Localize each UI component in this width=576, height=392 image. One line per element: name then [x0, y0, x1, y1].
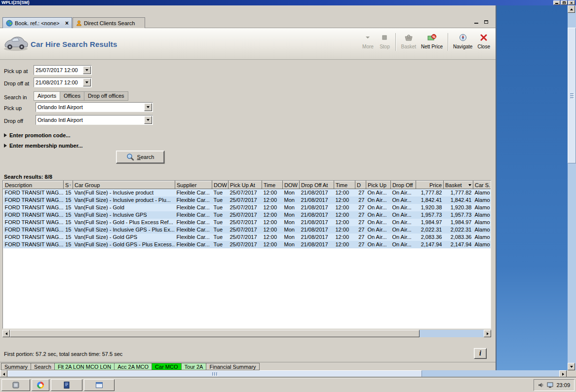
child-minimize-button[interactable] — [473, 19, 480, 25]
sheet-tab-tour-2a[interactable]: Tour 2A — [181, 363, 207, 370]
search-in-dropoff-offices[interactable]: Drop off offices — [84, 91, 128, 101]
col-header-s[interactable]: S — [64, 181, 73, 189]
scroll-down-button[interactable] — [568, 363, 575, 370]
tab-close-icon[interactable]: × — [65, 21, 69, 26]
cell-time2: 12:00 — [334, 204, 355, 211]
browser-window-icon — [95, 381, 103, 389]
col-header-basket[interactable]: Basket — [444, 181, 473, 189]
cell-time1: 12:00 — [262, 204, 283, 211]
sheet-tab-acc-2a-mco[interactable]: Acc 2A MCO — [114, 363, 152, 370]
pickup-at-dropdown-button[interactable] — [83, 66, 91, 74]
google-icon — [37, 382, 44, 389]
window-vertical-scrollbar[interactable] — [568, 5, 576, 370]
col-header-time-2[interactable]: Time — [334, 181, 355, 189]
sheet-tab-car-mco[interactable]: Car MCO — [152, 363, 181, 370]
stop-button[interactable]: Stop — [376, 32, 393, 49]
membership-number-expander[interactable]: Enter membership number... — [4, 143, 83, 149]
search-in-offices[interactable]: Offices — [60, 91, 84, 101]
col-header-pickup[interactable]: Pick Up — [366, 181, 391, 189]
col-header-days[interactable]: D — [355, 181, 366, 189]
taskbar-button-3[interactable] — [51, 379, 82, 391]
sheet-tab-search[interactable]: Search — [31, 363, 55, 370]
col-header-time-1[interactable]: Time — [262, 181, 283, 189]
speaker-icon[interactable] — [538, 382, 544, 388]
col-header-dropoff[interactable]: Drop Off — [391, 181, 416, 189]
table-row[interactable]: FORD TRANSIT WAG...15Van(Full Size) - Go… — [3, 219, 492, 226]
dropoff-at-dropdown-button[interactable] — [83, 78, 91, 86]
col-header-dow-2[interactable]: DOW — [283, 181, 300, 189]
cell-dow1: Tue — [212, 196, 229, 204]
scrollbar-thumb[interactable] — [10, 330, 420, 337]
scroll-right-button[interactable] — [484, 330, 491, 337]
cell-car_supplier: Alamo — [473, 226, 492, 234]
col-header-dropoff-at[interactable]: Drop Off At — [300, 181, 334, 189]
cell-basket: 1,957.73 — [444, 211, 473, 219]
cell-car_supplier: Alamo — [473, 219, 492, 226]
cell-dow2: Mon — [283, 211, 300, 219]
table-row[interactable]: FORD TRANSIT WAG...15Van(Full Size) - Go… — [3, 234, 492, 241]
scrollbar-track[interactable] — [420, 330, 484, 337]
cell-time1: 12:00 — [262, 241, 283, 248]
table-row[interactable]: FORD TRANSIT WAG...15Van(Full Size) - Go… — [3, 241, 492, 248]
info-button[interactable]: i — [474, 348, 487, 359]
scroll-left-button[interactable] — [2, 330, 10, 337]
scrollbar-thumb[interactable] — [7, 370, 422, 378]
dropoff-location-field[interactable]: Orlando Intl Airport — [36, 115, 153, 125]
col-header-price[interactable]: Price — [416, 181, 444, 189]
dropoff-at-field[interactable]: 21/08/2017 12:00 — [34, 78, 92, 87]
table-row[interactable]: FORD TRANSIT WAG...15Van(Full Size) - Go… — [3, 204, 492, 211]
taskbar-button-1[interactable] — [1, 379, 30, 391]
dropoff-location-dropdown-button[interactable] — [144, 116, 152, 124]
scroll-right-button[interactable] — [559, 370, 567, 378]
cell-price: 1,777.82 — [416, 189, 444, 197]
display-icon[interactable] — [547, 382, 553, 388]
cell-description: FORD TRANSIT WAG... — [3, 234, 64, 241]
table-row[interactable]: FORD TRANSIT WAG...15Van(Full Size) - In… — [3, 211, 492, 219]
col-header-supplier[interactable]: Supplier — [175, 181, 212, 189]
table-row[interactable]: FORD TRANSIT WAG...15Van(Full Size) - In… — [3, 196, 492, 204]
pickup-at-field[interactable]: 25/07/2017 12:00 — [34, 65, 92, 75]
sheet-tab-flt-2a-lon-mco-lon[interactable]: Flt 2A LON MCO LON — [54, 363, 115, 370]
maximize-button[interactable] — [561, 0, 568, 5]
table-row[interactable]: FORD TRANSIT WAG...15Van(Full Size) - In… — [3, 226, 492, 234]
navigate-button[interactable]: Navigate — [451, 32, 475, 49]
search-button[interactable]: Search — [116, 151, 164, 163]
cell-pickup_loc: On Air... — [366, 196, 391, 204]
tab-booking-ref[interactable]: Book. ref.: <none> × — [2, 17, 72, 28]
tab-direct-clients-search[interactable]: Direct Clients Search — [73, 17, 145, 28]
close-panel-button[interactable]: Close — [475, 32, 493, 49]
search-in-airports[interactable]: Airports — [34, 91, 60, 101]
pickup-location-dropdown-button[interactable] — [144, 103, 152, 111]
col-header-pickup-at[interactable]: Pick Up At — [229, 181, 262, 189]
col-header-description[interactable]: Description — [3, 181, 64, 189]
cell-dropoff_date: 21/08/2017 — [300, 219, 334, 226]
close-button[interactable]: × — [568, 0, 575, 5]
col-header-car-supplier[interactable]: Car S... — [473, 181, 492, 189]
status-text: First portion: 57.2 sec, total search ti… — [4, 351, 122, 357]
cell-days: 27 — [355, 219, 366, 226]
basket-button[interactable]: Basket — [398, 32, 419, 49]
promotion-code-expander[interactable]: Enter promotion code... — [4, 132, 70, 138]
taskbar-button-4[interactable] — [84, 379, 115, 391]
more-button[interactable]: More — [359, 32, 376, 49]
table-horizontal-scrollbar[interactable] — [2, 330, 491, 337]
sheet-tab-summary[interactable]: Summary — [1, 363, 31, 370]
minimize-button[interactable] — [553, 0, 560, 5]
cell-time1: 12:00 — [262, 196, 283, 204]
nett-price-button[interactable]: % Nett Price — [419, 32, 445, 49]
sheet-tab-financial-summary[interactable]: Financial Summary — [206, 363, 259, 370]
sort-arrow-icon — [468, 184, 471, 186]
col-header-dow-1[interactable]: DOW — [212, 181, 229, 189]
child-restore-button[interactable] — [483, 19, 490, 25]
window-horizontal-scrollbar[interactable] — [0, 370, 567, 378]
cell-dow1: Tue — [212, 241, 229, 248]
scroll-left-button[interactable] — [0, 370, 7, 378]
table-row[interactable]: FORD TRANSIT WAG...15Van(Full Size) - In… — [3, 189, 492, 197]
arrow-left-icon — [3, 373, 5, 376]
scrollbar-thumb[interactable] — [568, 28, 576, 163]
scroll-up-button[interactable] — [568, 5, 575, 13]
taskbar-button-2[interactable] — [32, 379, 49, 391]
col-header-car-group[interactable]: Car Group — [73, 181, 175, 189]
scrollbar-track[interactable] — [422, 370, 559, 378]
pickup-location-field[interactable]: Orlando Intl Airport — [36, 102, 153, 112]
